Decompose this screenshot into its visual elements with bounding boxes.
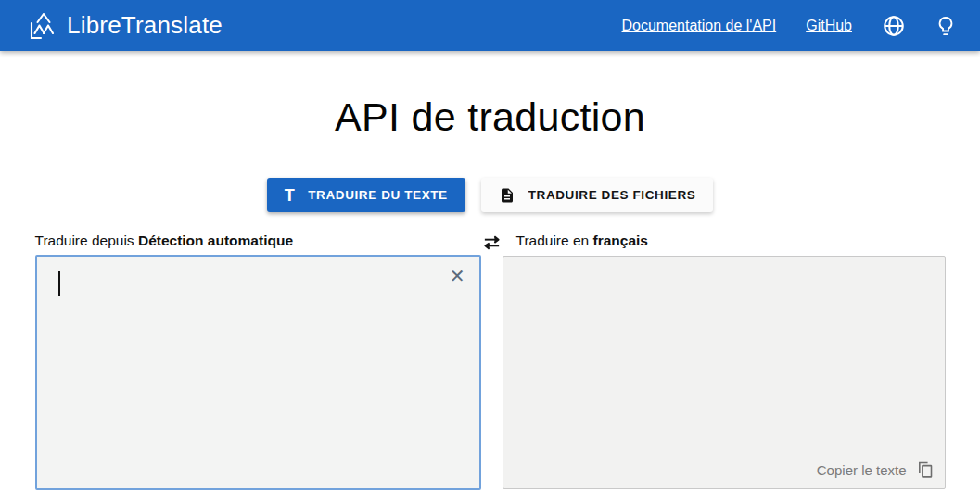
translation-panels-row: ✕ Copier le texte	[35, 255, 946, 490]
swap-arrows-icon	[482, 240, 502, 254]
target-language-selector[interactable]: français	[593, 233, 648, 248]
source-text-panel: ✕	[35, 255, 481, 490]
nav-link-api-docs[interactable]: Documentation de l'API	[622, 18, 777, 34]
target-language-label: Traduire en français	[503, 233, 946, 255]
copy-icon	[915, 459, 935, 480]
copy-text-label: Copier le texte	[817, 462, 907, 478]
globe-icon	[882, 14, 906, 38]
file-document-icon	[499, 186, 515, 205]
swap-languages-button[interactable]	[482, 234, 502, 254]
navbar-links: Documentation de l'API GitHub	[622, 14, 957, 38]
translated-text-panel: Copier le texte	[503, 256, 946, 489]
copy-text-button[interactable]: Copier le texte	[817, 459, 935, 480]
tab-translate-files-label: TRADUIRE DES FICHIERS	[528, 188, 696, 202]
clear-text-button[interactable]: ✕	[450, 267, 465, 285]
libretranslate-logo-icon	[28, 11, 57, 41]
swap-gutter	[481, 234, 503, 255]
target-label-prefix: Traduire en	[516, 233, 593, 248]
language-labels-row: Traduire depuis Détection automatique	[35, 233, 946, 255]
brand-name: LibreTranslate	[67, 11, 223, 40]
source-label-prefix: Traduire depuis	[35, 233, 138, 248]
text-icon: T	[285, 187, 296, 204]
page-title: API de traduction	[0, 94, 980, 140]
source-text-input[interactable]	[37, 257, 479, 488]
navbar: LibreTranslate Documentation de l'API Gi…	[0, 0, 980, 51]
panel-gap	[481, 255, 503, 490]
nav-link-github[interactable]: GitHub	[806, 18, 852, 34]
mode-tabs: T TRADUIRE DU TEXTE TRADUIRE DES FICHIER…	[0, 178, 980, 212]
source-language-label: Traduire depuis Détection automatique	[35, 233, 481, 255]
brand-home-link[interactable]: LibreTranslate	[28, 11, 223, 41]
tab-translate-text-label: TRADUIRE DU TEXTE	[308, 188, 447, 202]
source-language-selector[interactable]: Détection automatique	[138, 233, 293, 248]
tab-translate-text[interactable]: T TRADUIRE DU TEXTE	[267, 178, 465, 212]
tab-translate-files[interactable]: TRADUIRE DES FICHIERS	[481, 178, 714, 212]
translator: Traduire depuis Détection automatique	[35, 233, 946, 490]
language-globe-button[interactable]	[882, 14, 906, 38]
close-icon: ✕	[450, 265, 465, 287]
dark-mode-toggle-button[interactable]	[935, 14, 956, 38]
lightbulb-icon	[935, 14, 956, 38]
main-content: API de traduction T TRADUIRE DU TEXTE TR…	[0, 94, 980, 490]
